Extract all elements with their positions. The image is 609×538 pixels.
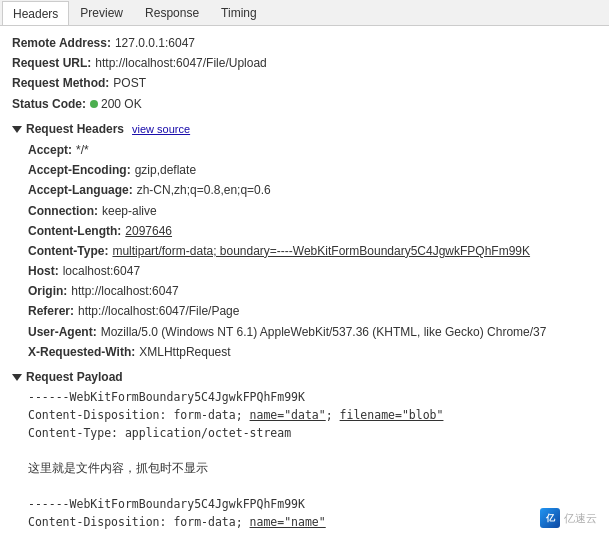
request-url-value: http://localhost:6047/File/Upload [95, 54, 266, 73]
header-x-requested-with: X-Requested-With: XMLHttpRequest [28, 343, 597, 362]
tab-timing[interactable]: Timing [210, 1, 268, 25]
view-source-link[interactable]: view source [132, 121, 190, 139]
header-connection: Connection: keep-alive [28, 202, 597, 221]
request-headers-list: Accept: */* Accept-Encoding: gzip,deflat… [12, 141, 597, 362]
request-method-row: Request Method: POST [12, 74, 597, 93]
header-content-length: Content-Length: 2097646 [28, 222, 597, 241]
request-headers-title: Request Headers [26, 120, 124, 139]
payload-blank-2 [28, 478, 597, 496]
request-method-label: Request Method: [12, 74, 109, 93]
header-host: Host: localhost:6047 [28, 262, 597, 281]
tab-preview[interactable]: Preview [69, 1, 134, 25]
main-content: Remote Address: 127.0.0.1:6047 Request U… [0, 26, 609, 538]
header-accept-encoding: Accept-Encoding: gzip,deflate [28, 161, 597, 180]
status-dot-green [90, 100, 98, 108]
header-content-type: Content-Type: multipart/form-data; bound… [28, 242, 597, 261]
request-url-label: Request URL: [12, 54, 91, 73]
payload-content-type-1: Content-Type: application/octet-stream [28, 425, 597, 443]
remote-address-label: Remote Address: [12, 34, 111, 53]
payload-boundary-1: ------WebKitFormBoundary5C4JgwkFPQhFm99K [28, 389, 597, 407]
payload-content-disposition-2: Content-Disposition: form-data; name="na… [28, 514, 597, 532]
tab-bar: Headers Preview Response Timing [0, 0, 609, 26]
watermark-logo: 亿 [540, 508, 560, 528]
watermark: 亿 亿速云 [540, 508, 597, 528]
collapse-triangle[interactable] [12, 126, 22, 133]
payload-content: ------WebKitFormBoundary5C4JgwkFPQhFm99K… [12, 389, 597, 538]
watermark-text: 亿速云 [564, 511, 597, 526]
payload-blank-3 [28, 532, 597, 538]
header-accept: Accept: */* [28, 141, 597, 160]
payload-comment: 这里就是文件内容，抓包时不显示 [28, 460, 597, 478]
header-accept-language: Accept-Language: zh-CN,zh;q=0.8,en;q=0.6 [28, 181, 597, 200]
request-payload-section: Request Payload [12, 368, 597, 387]
request-method-value: POST [113, 74, 146, 93]
remote-address-row: Remote Address: 127.0.0.1:6047 [12, 34, 597, 53]
payload-collapse-triangle[interactable] [12, 374, 22, 381]
request-headers-section: Request Headers view source [12, 120, 597, 139]
status-code-label: Status Code: [12, 95, 86, 114]
request-url-row: Request URL: http://localhost:6047/File/… [12, 54, 597, 73]
payload-blank-1 [28, 443, 597, 461]
header-origin: Origin: http://localhost:6047 [28, 282, 597, 301]
payload-content-disposition-1: Content-Disposition: form-data; name="da… [28, 407, 597, 425]
status-code-row: Status Code: 200 OK [12, 95, 597, 114]
tab-response[interactable]: Response [134, 1, 210, 25]
payload-boundary-2: ------WebKitFormBoundary5C4JgwkFPQhFm99K [28, 496, 597, 514]
remote-address-value: 127.0.0.1:6047 [115, 34, 195, 53]
header-referer: Referer: http://localhost:6047/File/Page [28, 302, 597, 321]
tab-headers[interactable]: Headers [2, 1, 69, 25]
header-user-agent: User-Agent: Mozilla/5.0 (Windows NT 6.1)… [28, 323, 597, 342]
request-payload-title: Request Payload [26, 368, 123, 387]
status-code-value: 200 OK [90, 95, 142, 114]
